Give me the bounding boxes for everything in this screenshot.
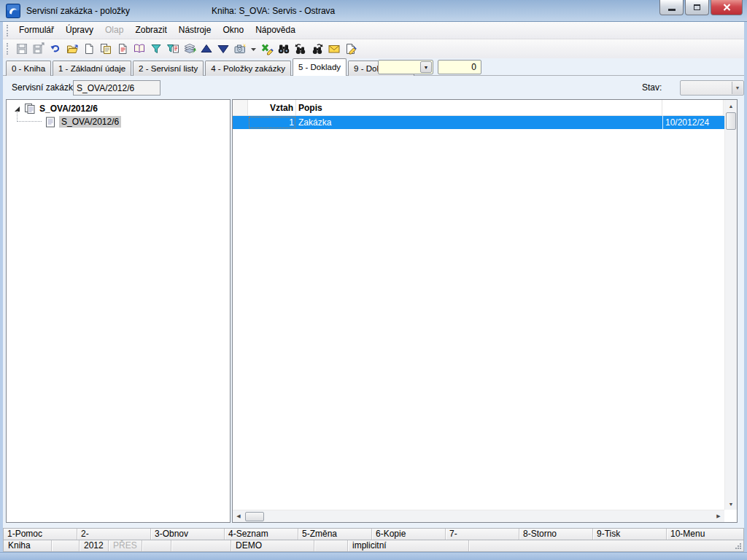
- menu-zobrazit[interactable]: Zobrazit: [129, 22, 172, 39]
- tree-connector: [17, 111, 42, 122]
- close-button[interactable]: [711, 0, 743, 15]
- status-year: 2012: [80, 540, 109, 551]
- grid-cell-document[interactable]: 10/2012/24: [662, 116, 724, 129]
- combo-arrow-icon[interactable]: ▼: [420, 61, 432, 73]
- xml-edit-button[interactable]: [258, 41, 275, 57]
- menu-nastroje[interactable]: Nástroje: [173, 22, 217, 39]
- grid-header-document[interactable]: [662, 100, 724, 116]
- maximize-icon: [694, 4, 700, 10]
- grid-row-selector[interactable]: [233, 116, 248, 129]
- menu-upravy[interactable]: Úpravy: [60, 22, 99, 39]
- status-user: DEMO: [231, 540, 314, 551]
- minimize-icon: [668, 9, 676, 11]
- camera-dropdown-button[interactable]: [248, 41, 258, 57]
- fnkey-6-kopie[interactable]: 6-Kopie: [372, 529, 446, 540]
- menu-olap: Olap: [99, 22, 129, 39]
- resize-grip-icon[interactable]: [735, 542, 742, 550]
- tab-bar: 0 - Kniha 1 - Základní údaje 2 - Servisn…: [3, 58, 744, 76]
- send-button[interactable]: [181, 41, 198, 57]
- tab-zakladni-udaje[interactable]: 1 - Základní údaje: [53, 61, 131, 76]
- menu-okno[interactable]: Okno: [217, 22, 249, 39]
- xml-edit-icon: [260, 42, 274, 55]
- menu-grip: [7, 25, 9, 36]
- grid-header-relation[interactable]: Vztah: [248, 100, 296, 116]
- fnkey-10-menu[interactable]: 10-Menu: [667, 529, 743, 540]
- scroll-down-icon[interactable]: ▼: [725, 498, 737, 510]
- vertical-scrollbar[interactable]: ▲ ▼: [724, 100, 737, 510]
- save-as-icon: [32, 42, 45, 55]
- menu-napoveda[interactable]: Nápověda: [249, 22, 301, 39]
- search-button[interactable]: [275, 41, 292, 57]
- tree-child-label[interactable]: S_OVA/2012/6: [59, 116, 121, 128]
- undo-button[interactable]: [47, 41, 63, 57]
- save-icon: [15, 42, 28, 55]
- tab-doklady[interactable]: 5 - Doklady: [293, 58, 347, 76]
- maximize-button[interactable]: [685, 0, 709, 15]
- fnkey-5-zmena[interactable]: 5-Změna: [298, 529, 372, 540]
- copy-button[interactable]: [97, 41, 114, 57]
- status-book: Kniha: [4, 540, 52, 551]
- counter-field[interactable]: 0: [438, 60, 481, 74]
- horizontal-scroll-thumb[interactable]: [245, 512, 264, 521]
- filter-icon: [150, 42, 163, 55]
- horizontal-scrollbar[interactable]: ◀ ▶: [233, 510, 724, 522]
- tab-servisni-listy[interactable]: 2 - Servisní listy: [133, 61, 204, 76]
- book-icon: [133, 42, 146, 55]
- open-button[interactable]: [63, 41, 80, 57]
- camera-button[interactable]: [231, 41, 248, 57]
- scroll-right-icon[interactable]: ▶: [713, 510, 724, 522]
- quick-filter-combobox[interactable]: ▼: [378, 60, 433, 74]
- paste-button[interactable]: [114, 41, 131, 57]
- mail-button[interactable]: [325, 41, 342, 57]
- scroll-left-icon[interactable]: ◀: [233, 510, 244, 522]
- filter-button[interactable]: [147, 41, 164, 57]
- window-subtitle: Kniha: S_OVA: Servis - Ostrava: [212, 6, 335, 16]
- service-order-input[interactable]: [73, 80, 160, 96]
- binoculars-next-icon: [311, 42, 324, 55]
- window-border-bottom: [0, 552, 747, 560]
- minimize-button[interactable]: [659, 0, 684, 15]
- toolbar-grip: [7, 43, 9, 55]
- tab-kniha[interactable]: 0 - Kniha: [6, 61, 51, 76]
- move-down-button[interactable]: [214, 41, 231, 57]
- status-pres: PŘES: [109, 540, 142, 551]
- new-button[interactable]: [80, 41, 97, 57]
- state-combobox[interactable]: ▼: [680, 80, 744, 96]
- tab-polozky-zakazky[interactable]: 4 - Položky zakázky: [205, 61, 291, 76]
- grid-header-description[interactable]: Popis: [296, 100, 662, 116]
- function-key-bar: 1-Pomoc 2- 3-Obnov 4-Seznam 5-Změna 6-Ko…: [3, 528, 744, 540]
- application-window: Servisní zakázka - položky Kniha: S_OVA:…: [0, 0, 747, 560]
- edit-document-icon: [344, 42, 357, 55]
- fnkey-3-obnov[interactable]: 3-Obnov: [151, 529, 225, 540]
- menu-bar: Formulář Úpravy Olap Zobrazit Nástroje O…: [3, 22, 744, 39]
- fnkey-9-tisk[interactable]: 9-Tisk: [593, 529, 667, 540]
- fnkey-4-seznam[interactable]: 4-Seznam: [225, 529, 298, 540]
- book-button[interactable]: [131, 41, 147, 57]
- scroll-up-icon[interactable]: ▲: [725, 100, 737, 112]
- grid-cell-description[interactable]: Zakázka: [296, 116, 662, 129]
- grid-header-selector: [233, 100, 248, 116]
- edit-document-button[interactable]: [342, 41, 359, 57]
- search-next-button[interactable]: [309, 41, 325, 57]
- fnkey-8-storno[interactable]: 8-Storno: [519, 529, 593, 540]
- binoculars-icon: [277, 42, 290, 55]
- document-tree-panel: S_OVA/2012/6 S_OVA/2012/6: [6, 99, 231, 523]
- new-document-icon: [82, 42, 96, 55]
- state-combo-arrow-icon[interactable]: ▼: [732, 82, 743, 94]
- move-up-button[interactable]: [198, 41, 214, 57]
- documents-grid-panel: Vztah Popis 1 Zakázka 10/2012/24 ▲ ▼ ◀ ▶: [232, 99, 738, 523]
- vertical-scroll-thumb[interactable]: [726, 112, 736, 130]
- search-previous-button[interactable]: [292, 41, 309, 57]
- fnkey-1-pomoc[interactable]: 1-Pomoc: [4, 529, 77, 540]
- grid-row-selected[interactable]: 1 Zakázka 10/2012/24: [233, 116, 737, 129]
- filter-document-button[interactable]: [164, 41, 181, 57]
- tree-child-node[interactable]: S_OVA/2012/6: [7, 115, 230, 128]
- grid-cell-relation[interactable]: 1: [248, 116, 296, 129]
- fnkey-2[interactable]: 2-: [77, 529, 151, 540]
- tree-root-label[interactable]: S_OVA/2012/6: [39, 104, 98, 114]
- fnkey-7[interactable]: 7-: [446, 529, 519, 540]
- close-icon: [723, 4, 731, 11]
- menu-formular[interactable]: Formulář: [13, 22, 60, 39]
- grid-header: Vztah Popis: [233, 100, 737, 116]
- title-bar: Servisní zakázka - položky Kniha: S_OVA:…: [0, 0, 747, 22]
